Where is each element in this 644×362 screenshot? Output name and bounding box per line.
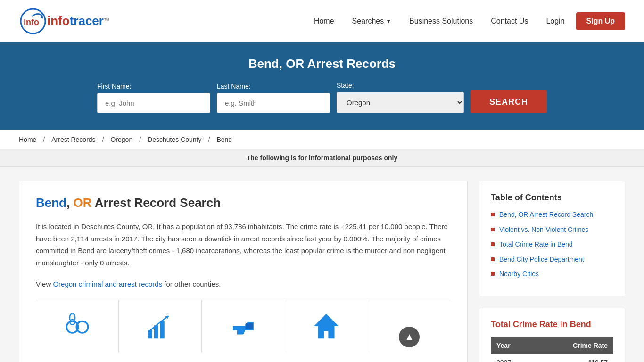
icon-cell-crime-rate: [119, 300, 202, 352]
toc-link-1[interactable]: Bend, OR Arrest Record Search: [499, 210, 593, 220]
handcuffs-icon: [61, 310, 94, 343]
toc-bullet-3: [491, 242, 495, 246]
first-name-group: First Name:: [97, 82, 210, 113]
state-label: State:: [337, 82, 354, 89]
toc-item-1: Bend, OR Arrest Record Search: [491, 210, 613, 220]
nav-home[interactable]: Home: [307, 13, 341, 29]
toc-bullet-1: [491, 213, 495, 216]
state-select[interactable]: Oregon Alabama Alaska Arizona California…: [337, 92, 464, 113]
first-name-label: First Name:: [97, 82, 131, 90]
sidebar: Table of Contents Bend, OR Arrest Record…: [479, 181, 625, 362]
breadcrumb: Home / Arrest Records / Oregon / Deschut…: [0, 130, 644, 149]
crime-rate-table: Year Crime Rate 2007 416.57: [491, 337, 613, 362]
hero-title: Bend, OR Arrest Records: [19, 57, 625, 71]
crime-rate-title: Total Crime Rate in Bend: [491, 320, 613, 329]
search-form: First Name: Last Name: State: Oregon Ala…: [19, 82, 625, 113]
breadcrumb-deschutes[interactable]: Deschutes County: [148, 136, 201, 143]
main-container: Bend, OR Arrest Record Search It is loca…: [0, 167, 644, 362]
main-nav: Home Searches ▼ Business Solutions Conta…: [307, 12, 625, 30]
state-group: State: Oregon Alabama Alaska Arizona Cal…: [337, 82, 464, 113]
crime-table-year-header: Year: [491, 337, 535, 354]
breadcrumb-arrest-records[interactable]: Arrest Records: [51, 136, 95, 143]
toc-list: Bend, OR Arrest Record Search Violent vs…: [491, 210, 613, 279]
toc-link-4[interactable]: Bend City Police Department: [499, 255, 584, 264]
logo-icon: info: [19, 7, 47, 35]
breadcrumb-sep1: /: [43, 136, 45, 143]
svg-rect-11: [245, 323, 253, 329]
breadcrumb-oregon[interactable]: Oregon: [111, 136, 133, 143]
oregon-records-link[interactable]: Oregon criminal and arrest records: [53, 280, 162, 288]
icon-cell-scroll: ▲: [368, 300, 451, 352]
search-button[interactable]: SEARCH: [471, 90, 547, 113]
info-bar: The following is for informational purpo…: [0, 149, 644, 167]
table-row: 2007 416.57: [491, 354, 613, 362]
logo-wordmark: infotracer™: [47, 14, 109, 28]
nav-contact-us[interactable]: Contact Us: [484, 13, 535, 29]
login-button[interactable]: Login: [539, 13, 571, 29]
signup-button[interactable]: Sign Up: [576, 12, 625, 30]
toc-item-5: Nearby Cities: [491, 270, 613, 279]
first-name-input[interactable]: [97, 93, 210, 113]
toc-title: Table of Contents: [491, 193, 613, 203]
icon-cell-handcuffs: [36, 300, 119, 352]
icon-cell-house: [285, 300, 368, 352]
toc-bullet-5: [491, 272, 495, 276]
house-icon: [310, 310, 343, 343]
nav-searches[interactable]: Searches ▼: [346, 13, 398, 29]
svg-marker-12: [314, 313, 339, 338]
last-name-group: Last Name:: [217, 82, 330, 113]
svg-rect-9: [160, 321, 165, 338]
gun-icon: [227, 310, 260, 343]
content-area: Bend, OR Arrest Record Search It is loca…: [19, 181, 468, 362]
crime-rate-icon: [144, 310, 177, 343]
toc-item-4: Bend City Police Department: [491, 255, 613, 264]
crime-rate-2007: 416.57: [535, 354, 613, 362]
icon-cell-gun: [202, 300, 285, 352]
breadcrumb-sep2: /: [102, 136, 104, 143]
content-title: Bend, OR Arrest Record Search: [36, 196, 451, 210]
toc-link-2[interactable]: Violent vs. Non-Violent Crimes: [499, 225, 588, 235]
crime-table-rate-header: Crime Rate: [535, 337, 613, 354]
breadcrumb-home[interactable]: Home: [19, 136, 36, 143]
chevron-down-icon: ▼: [386, 18, 391, 25]
breadcrumb-sep3: /: [139, 136, 141, 143]
toc-bullet-2: [491, 228, 495, 231]
last-name-label: Last Name:: [217, 82, 251, 90]
crime-year-2007: 2007: [491, 354, 535, 362]
site-header: info infotracer™ Home Searches ▼ Busines…: [0, 0, 644, 42]
scroll-to-top-button[interactable]: ▲: [399, 327, 420, 347]
svg-text:info: info: [24, 17, 39, 27]
toc-bullet-4: [491, 257, 495, 261]
hero-section: Bend, OR Arrest Records First Name: Last…: [0, 42, 644, 130]
breadcrumb-bend[interactable]: Bend: [216, 136, 232, 143]
toc-link-3[interactable]: Total Crime Rate in Bend: [499, 240, 573, 249]
breadcrumb-sep4: /: [208, 136, 210, 143]
svg-marker-2: [41, 16, 43, 19]
content-link-row: View Oregon criminal and arrest records …: [36, 278, 451, 290]
content-body-text: It is located in Deschutes County, OR. I…: [36, 221, 451, 269]
logo[interactable]: info infotracer™: [19, 7, 109, 35]
toc-item-3: Total Crime Rate in Bend: [491, 240, 613, 249]
toc-item-2: Violent vs. Non-Violent Crimes: [491, 225, 613, 235]
crime-rate-section: Total Crime Rate in Bend Year Crime Rate…: [479, 308, 625, 362]
icon-row: ▲: [36, 300, 451, 352]
last-name-input[interactable]: [217, 93, 330, 113]
nav-business-solutions[interactable]: Business Solutions: [403, 13, 479, 29]
toc-link-5[interactable]: Nearby Cities: [499, 270, 539, 279]
table-of-contents: Table of Contents Bend, OR Arrest Record…: [479, 181, 625, 296]
